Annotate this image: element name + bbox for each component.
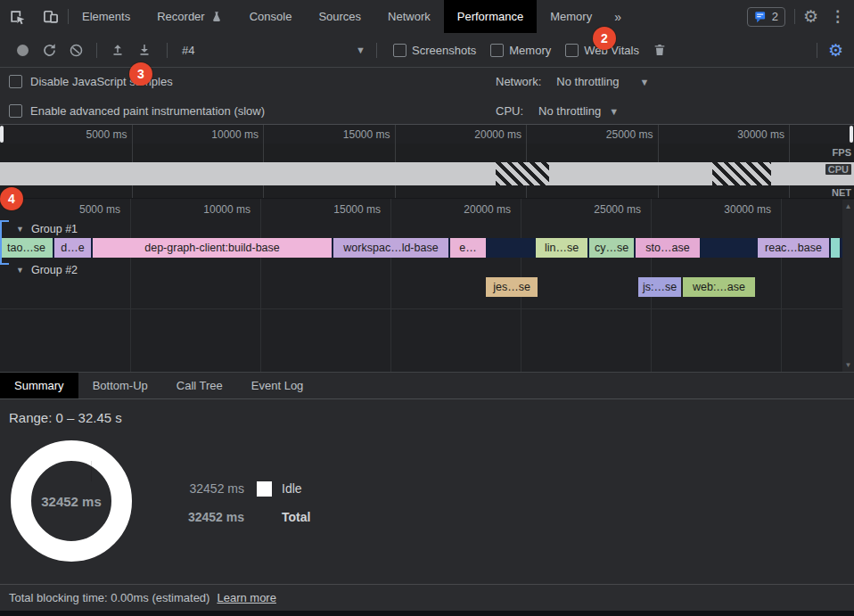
issues-button[interactable]: 2 (747, 7, 785, 27)
tab-bottom-up[interactable]: Bottom-Up (78, 373, 162, 398)
tab-memory[interactable]: Memory (537, 0, 605, 33)
flame-bar[interactable]: d…e (54, 238, 91, 258)
group-2-header[interactable]: ▼ Group #2 (16, 261, 78, 279)
device-toolbar-button[interactable] (34, 0, 68, 33)
flame-bar[interactable]: dep-graph-client:build-base (93, 238, 332, 258)
gridline (390, 199, 391, 373)
range-text: Range: 0 – 32.45 s (9, 410, 122, 425)
timeline-overview[interactable]: 5000 ms10000 ms15000 ms20000 ms25000 ms3… (0, 125, 854, 198)
time-tick (658, 125, 659, 198)
total-blocking-time-text: Total blocking time: 0.00ms (estimated) (9, 591, 209, 604)
flame-bar[interactable]: cy…se (589, 238, 634, 258)
vertical-scrollbar[interactable]: ▲ ▼ (842, 200, 854, 372)
history-select[interactable]: #4 ▼ (173, 44, 371, 57)
time-tick (263, 125, 264, 198)
collapse-triangle-icon: ▼ (16, 266, 24, 275)
notification-badge-4: 4 (0, 187, 23, 210)
flame-chart[interactable]: 5000 ms10000 ms15000 ms20000 ms25000 ms3… (0, 198, 854, 372)
time-label: 20000 ms (432, 128, 521, 141)
inspect-element-button[interactable] (0, 0, 34, 33)
tab-sources[interactable]: Sources (305, 0, 374, 33)
flask-icon (210, 11, 223, 23)
selected-group-bracket (0, 220, 9, 265)
time-label: 10000 ms (169, 128, 259, 141)
legend-label: Total (282, 510, 310, 524)
tab-call-tree[interactable]: Call Tree (162, 373, 237, 398)
cpu-label: CPU: (496, 104, 523, 118)
network-label: Network: (496, 75, 541, 88)
scroll-down-arrow[interactable]: ▼ (842, 361, 854, 369)
inspect-cursor-icon (8, 8, 26, 26)
donut-legend: 32452 msIdle32452 msTotal (185, 474, 310, 531)
load-profile-button[interactable] (104, 37, 131, 63)
time-label: 30000 ms (695, 128, 784, 141)
tab-label: Call Tree (177, 379, 223, 392)
flame-bar[interactable]: reac…base (758, 238, 829, 258)
tab-label: Event Log (251, 379, 304, 392)
legend-swatch (257, 481, 272, 497)
flame-bar[interactable]: e… (450, 238, 486, 258)
tab-console[interactable]: Console (236, 0, 306, 33)
memory-checkbox[interactable]: Memory (490, 44, 551, 57)
clear-recordings-button[interactable] (646, 37, 673, 63)
tab-recorder[interactable]: Recorder (144, 0, 235, 33)
overview-left-handle[interactable] (0, 126, 4, 143)
flame-bar[interactable] (831, 238, 840, 258)
flame-bar[interactable]: jes…se (486, 277, 538, 297)
flame-bar[interactable]: workspac…ld-base (333, 238, 448, 258)
donut-total-label: 32452 ms (31, 461, 111, 541)
time-label: 5000 ms (31, 203, 120, 216)
overview-right-handle[interactable] (850, 126, 853, 143)
network-throttling-select[interactable]: No throttling ▼ (556, 75, 649, 88)
device-toolbar-icon (42, 8, 60, 26)
performance-toolbar: #4 ▼ Screenshots Memory Web Vitals ⚙ (0, 33, 854, 67)
history-selected-value: #4 (182, 44, 356, 57)
tab-summary[interactable]: Summary (0, 373, 78, 398)
tab-label: Summary (14, 379, 64, 392)
group-1-header[interactable]: ▼ Group #1 (16, 220, 78, 238)
capture-settings-gear-icon[interactable]: ⚙ (817, 42, 854, 59)
reload-and-record-button[interactable] (36, 37, 62, 63)
flame-bar[interactable]: lin…se (536, 238, 587, 258)
group-label: Group #2 (31, 264, 78, 276)
scroll-up-arrow[interactable]: ▲ (842, 202, 854, 210)
save-profile-button[interactable] (131, 37, 158, 63)
checkbox-box (9, 75, 22, 88)
checkbox-box (565, 44, 579, 57)
flame-bar[interactable]: js:…se (638, 277, 681, 297)
tab-elements[interactable]: Elements (69, 0, 144, 33)
flame-bar[interactable]: sto…ase (636, 238, 700, 258)
upload-icon (110, 42, 126, 58)
time-label: 5000 ms (38, 128, 127, 141)
more-tabs-button[interactable]: » (605, 10, 630, 24)
checkbox-label: Screenshots (412, 44, 476, 57)
kebab-menu-icon[interactable]: ⋮ (826, 7, 854, 26)
clear-button[interactable] (62, 37, 89, 63)
time-tick (789, 125, 790, 198)
toolbar-divider (167, 43, 168, 58)
flame-bar[interactable]: web:…ase (683, 277, 755, 297)
record-button[interactable] (9, 37, 36, 63)
checkbox-box (490, 44, 504, 57)
notification-badge-2: 2 (593, 27, 616, 50)
learn-more-link[interactable]: Learn more (217, 591, 275, 604)
settings-gear-icon[interactable]: ⚙ (795, 8, 826, 25)
cpu-activity-band (0, 162, 854, 185)
time-tick (526, 125, 527, 198)
chat-bubble-icon (754, 11, 767, 23)
tab-event-log[interactable]: Event Log (237, 373, 318, 398)
advanced-paint-checkbox[interactable]: Enable advanced paint instrumentation (s… (9, 104, 265, 118)
cpu-throttling-row: CPU: No throttling ▼ (496, 104, 619, 118)
select-value: No throttling (556, 75, 619, 88)
select-value: No throttling (538, 104, 601, 118)
tab-label: Console (250, 10, 292, 23)
time-breakdown-donut: 32452 ms (11, 440, 132, 562)
screenshots-checkbox[interactable]: Screenshots (393, 44, 476, 57)
cpu-throttling-select[interactable]: No throttling ▼ (538, 104, 619, 118)
checkbox-box (393, 44, 406, 57)
summary-pane: Range: 0 – 32.45 s 32452 ms 32452 msIdle… (0, 399, 854, 584)
detail-tabbar: Summary Bottom-Up Call Tree Event Log (0, 372, 854, 399)
tab-network[interactable]: Network (374, 0, 444, 33)
tab-performance[interactable]: Performance (444, 0, 537, 33)
time-label: 20000 ms (422, 203, 511, 216)
